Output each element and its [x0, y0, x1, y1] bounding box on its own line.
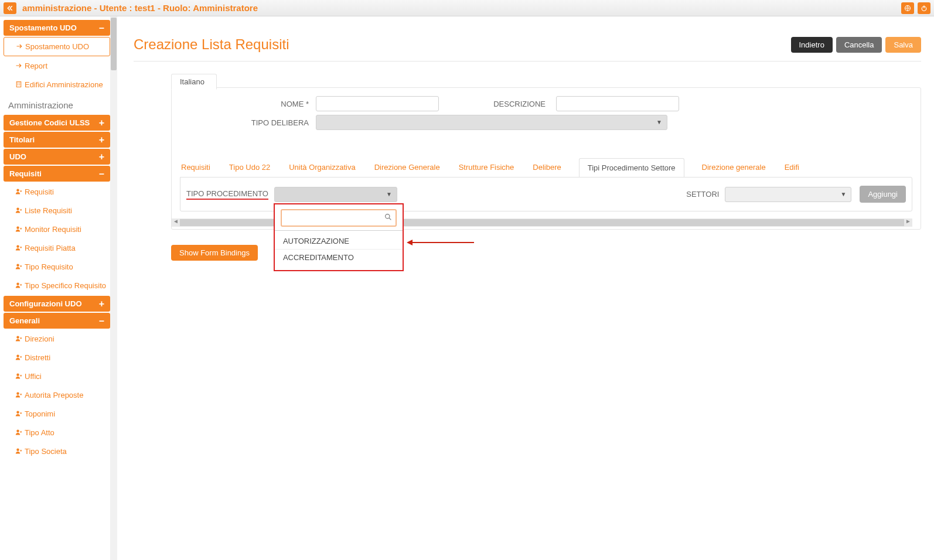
- user-icon: [15, 391, 22, 398]
- svg-point-21: [386, 214, 390, 218]
- user-icon: [15, 429, 22, 436]
- sidebar-collapse-button[interactable]: [4, 2, 16, 14]
- sidebar: Spostamento UDO–Spostamento UDOReportEdi…: [0, 16, 117, 560]
- svg-point-8: [16, 189, 19, 192]
- sidebar-scrollbar[interactable]: [110, 16, 117, 560]
- user-icon: [15, 373, 22, 380]
- show-form-bindings-button[interactable]: Show Form Bindings: [171, 245, 258, 261]
- user-icon: [15, 410, 22, 417]
- sidebar-item-direzioni[interactable]: Direzioni: [4, 330, 110, 348]
- tipo-delibera-select[interactable]: ▼: [316, 115, 667, 130]
- caret-down-icon: ▼: [386, 191, 392, 197]
- dropdown-option-autorizzazione[interactable]: AUTORIZZAZIONE: [275, 233, 403, 250]
- settori-select[interactable]: ▼: [725, 187, 851, 202]
- sidebar-item-requisiti[interactable]: Requisiti: [4, 183, 110, 201]
- dropdown-option-accreditamento[interactable]: ACCREDITAMENTO: [275, 250, 403, 265]
- power-button[interactable]: [918, 2, 930, 14]
- back-button[interactable]: Indietro: [791, 37, 833, 53]
- tipo-procedimento-select[interactable]: ▼: [274, 187, 397, 202]
- svg-point-9: [16, 208, 19, 211]
- search-icon: [384, 213, 392, 223]
- globe-button[interactable]: [901, 2, 914, 14]
- sidebar-item-autorita-preposte[interactable]: Autorita Preposte: [4, 386, 110, 404]
- subtab-direzione-generale[interactable]: Direzione generale: [701, 158, 767, 177]
- descrizione-input[interactable]: [556, 96, 679, 111]
- chevron-double-left-icon: [6, 5, 13, 12]
- label-descrizione: DESCRIZIONE: [474, 100, 556, 108]
- sidebar-item-tipo-societa[interactable]: Tipo Societa: [4, 442, 110, 460]
- subtab-delibere[interactable]: Delibere: [531, 158, 562, 177]
- svg-point-20: [16, 449, 19, 452]
- sidebar-header-gestione-codici-ulss[interactable]: Gestione Codici ULSS+: [4, 115, 110, 131]
- svg-rect-5: [19, 83, 21, 84]
- user-icon: [15, 188, 22, 195]
- svg-point-14: [16, 336, 19, 339]
- user-icon: [15, 354, 22, 361]
- svg-point-19: [16, 430, 19, 433]
- svg-rect-7: [19, 84, 21, 86]
- user-icon: [15, 226, 22, 233]
- sidebar-header-generali[interactable]: Generali–: [4, 313, 110, 329]
- label-tipo-procedimento: TIPO PROCEDIMENTO: [186, 189, 268, 200]
- sidebar-item-tipo-specifico-requisito[interactable]: Tipo Specifico Requisito: [4, 276, 110, 295]
- sidebar-item-distretti[interactable]: Distretti: [4, 349, 110, 367]
- svg-point-16: [16, 374, 19, 377]
- sidebar-header-configurazioni-udo[interactable]: Configurazioni UDO+: [4, 296, 110, 312]
- tipo-procedimento-dropdown: AUTORIZZAZIONEACCREDITAMENTO: [274, 203, 404, 271]
- subtab-unità-organizzativa[interactable]: Unità Organizzativa: [288, 158, 356, 177]
- top-bar: amministrazione - Utente : test1 - Ruolo…: [0, 0, 934, 16]
- annotation-arrow: [410, 242, 474, 243]
- nome-input[interactable]: [316, 96, 439, 111]
- main-content: Creazione Lista Requisiti Indietro Cance…: [117, 16, 934, 560]
- arrow-right-icon: [15, 62, 22, 69]
- caret-down-icon: ▼: [840, 191, 846, 197]
- sidebar-item-requisiti-piatta[interactable]: Requisiti Piatta: [4, 239, 110, 257]
- svg-point-11: [16, 245, 19, 248]
- sidebar-header-udo[interactable]: UDO+: [4, 149, 110, 165]
- svg-point-10: [16, 227, 19, 230]
- sidebar-item-tipo-atto[interactable]: Tipo Atto: [4, 424, 110, 442]
- subtab-requisiti[interactable]: Requisiti: [180, 158, 212, 177]
- app-title: amministrazione - Utente : test1 - Ruolo…: [22, 3, 258, 13]
- label-tipo-delibera: TIPO DELIBERA: [228, 118, 316, 127]
- subtabs: RequisitiTipo Udo 22Unità OrganizzativaD…: [172, 135, 921, 177]
- sidebar-item-toponimi[interactable]: Toponimi: [4, 405, 110, 423]
- svg-rect-4: [18, 83, 19, 84]
- user-icon: [15, 207, 22, 214]
- svg-point-15: [16, 355, 19, 358]
- sidebar-item-spostamento-udo[interactable]: Spostamento UDO: [4, 37, 110, 56]
- label-settori: SETTORI: [686, 190, 719, 199]
- aggiungi-button[interactable]: Aggiungi: [860, 186, 906, 203]
- subtab-edifi[interactable]: Edifi: [783, 158, 800, 177]
- save-button[interactable]: Salva: [885, 37, 921, 53]
- sidebar-item-edifici-amministrazione[interactable]: Edifici Amministrazione: [4, 76, 110, 94]
- sidebar-header-titolari[interactable]: Titolari+: [4, 132, 110, 148]
- sidebar-header-spostamento-udo[interactable]: Spostamento UDO–: [4, 20, 110, 36]
- svg-rect-3: [16, 82, 21, 87]
- user-icon: [15, 335, 22, 342]
- subtab-tipi-procedimento-settore[interactable]: Tipi Procedimento Settore: [579, 158, 684, 177]
- subtab-strutture-fisiche[interactable]: Strutture Fisiche: [458, 158, 516, 177]
- caret-down-icon: ▼: [656, 119, 662, 125]
- svg-point-13: [16, 283, 19, 286]
- sidebar-item-monitor-requisiti[interactable]: Monitor Requisiti: [4, 220, 110, 238]
- sidebar-item-tipo-requisito[interactable]: Tipo Requisito: [4, 258, 110, 276]
- subtab-direzione-generale[interactable]: Direzione Generale: [373, 158, 441, 177]
- user-icon: [15, 282, 22, 289]
- svg-rect-6: [18, 84, 19, 86]
- sidebar-item-liste-requisiti[interactable]: Liste Requisiti: [4, 202, 110, 220]
- svg-line-22: [389, 218, 391, 220]
- power-icon: [921, 5, 928, 12]
- dropdown-search-input[interactable]: [285, 210, 384, 226]
- page-title: Creazione Lista Requisiti: [134, 36, 289, 53]
- arrow-right-icon: [16, 43, 23, 50]
- dropdown-search[interactable]: [281, 209, 397, 227]
- cancel-button[interactable]: Cancella: [836, 37, 882, 53]
- tab-language[interactable]: Italiano: [171, 74, 217, 90]
- sidebar-item-uffici[interactable]: Uffici: [4, 367, 110, 385]
- user-icon: [15, 244, 22, 251]
- sidebar-header-requisiti[interactable]: Requisiti–: [4, 166, 110, 182]
- sidebar-item-report[interactable]: Report: [4, 57, 110, 75]
- sidebar-section-label: Amministrazione: [4, 94, 110, 114]
- subtab-tipo-udo-22[interactable]: Tipo Udo 22: [228, 158, 271, 177]
